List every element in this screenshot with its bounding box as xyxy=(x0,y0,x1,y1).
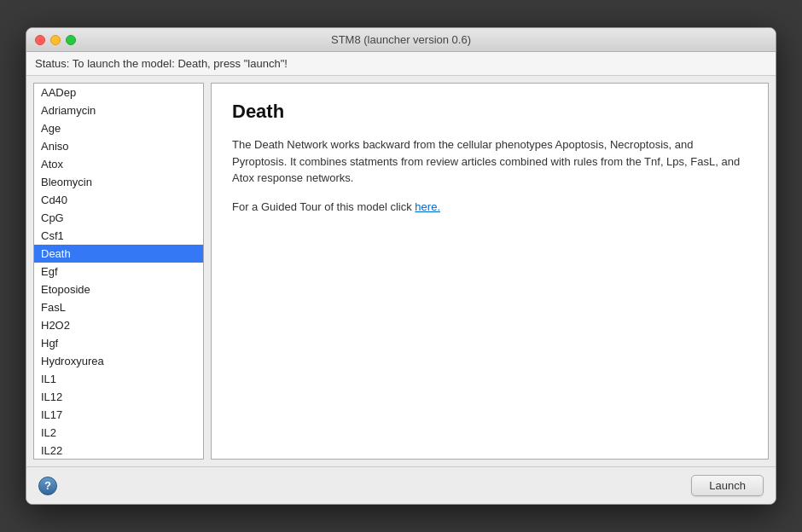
tour-link[interactable]: here. xyxy=(415,200,440,213)
footer: ? Launch xyxy=(26,466,776,504)
detail-tour: For a Guided Tour of this model click he… xyxy=(232,199,747,216)
minimize-button[interactable] xyxy=(50,35,61,45)
detail-panel: Death The Death Network works backward f… xyxy=(211,83,769,460)
list-item[interactable]: Cd40 xyxy=(34,191,203,209)
close-button[interactable] xyxy=(35,35,45,45)
list-item[interactable]: Csf1 xyxy=(34,227,203,245)
app-window: STM8 (launcher version 0.6) Status: To l… xyxy=(26,27,776,505)
list-item[interactable]: Aniso xyxy=(34,137,203,155)
list-item[interactable]: IL1 xyxy=(34,370,203,388)
list-item[interactable]: Egf xyxy=(34,263,203,280)
model-list[interactable]: AADepAdriamycinAgeAnisoAtoxBleomycinCd40… xyxy=(34,84,203,459)
list-item[interactable]: Age xyxy=(34,119,203,137)
main-content: AADepAdriamycinAgeAnisoAtoxBleomycinCd40… xyxy=(26,76,776,466)
status-text: Status: To launch the model: Death, pres… xyxy=(35,57,288,70)
window-title: STM8 (launcher version 0.6) xyxy=(331,33,471,46)
list-item[interactable]: Atox xyxy=(34,155,203,173)
list-item[interactable]: Adriamycin xyxy=(34,101,203,119)
list-item[interactable]: Hydroxyurea xyxy=(34,352,203,370)
list-item[interactable]: CpG xyxy=(34,209,203,227)
list-item[interactable]: FasL xyxy=(34,298,203,316)
list-item[interactable]: Hgf xyxy=(34,334,203,352)
model-list-panel: AADepAdriamycinAgeAnisoAtoxBleomycinCd40… xyxy=(33,83,204,460)
list-item[interactable]: Etoposide xyxy=(34,280,203,298)
list-item[interactable]: IL12 xyxy=(34,388,203,406)
detail-description: The Death Network works backward from th… xyxy=(232,136,747,187)
maximize-button[interactable] xyxy=(66,35,76,45)
help-button[interactable]: ? xyxy=(38,477,57,495)
list-item[interactable]: Death xyxy=(34,245,203,263)
detail-title: Death xyxy=(232,101,747,123)
status-bar: Status: To launch the model: Death, pres… xyxy=(26,52,776,76)
list-item[interactable]: IL2 xyxy=(34,424,203,442)
list-item[interactable]: Bleomycin xyxy=(34,173,203,191)
list-item[interactable]: H2O2 xyxy=(34,316,203,334)
list-item[interactable]: AADep xyxy=(34,84,203,101)
tour-prefix: For a Guided Tour of this model click xyxy=(232,200,415,213)
list-item[interactable]: IL17 xyxy=(34,406,203,424)
traffic-lights xyxy=(35,35,76,45)
launch-button[interactable]: Launch xyxy=(691,475,764,496)
list-item[interactable]: IL22 xyxy=(34,442,203,459)
titlebar: STM8 (launcher version 0.6) xyxy=(26,28,776,52)
